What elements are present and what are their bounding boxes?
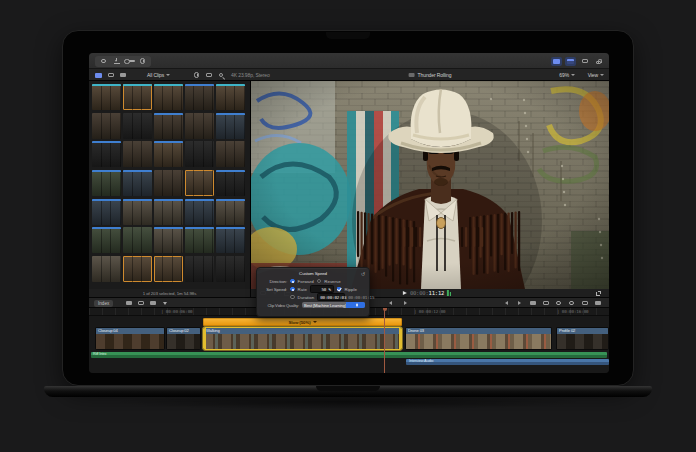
clip-thumbnail[interactable]	[185, 141, 214, 167]
final-cut-pro-window: All Clips 4K 23.98p, Stereo Thunder Roll…	[89, 53, 609, 373]
snapping-icon[interactable]	[540, 299, 551, 308]
clip-thumbnail[interactable]	[123, 256, 152, 282]
solo-icon[interactable]	[579, 299, 590, 308]
clip-thumbnail[interactable]	[154, 141, 183, 167]
clip-thumbnail[interactable]	[185, 170, 214, 196]
insert-edit-icon[interactable]	[135, 299, 146, 308]
clip-thumbnail[interactable]	[123, 84, 152, 110]
clip-appearance-icon[interactable]	[592, 299, 603, 308]
quality-popup[interactable]: Best (Machine Learning)	[302, 302, 365, 309]
audio-clip-riff-intro[interactable]: Riff Intro	[91, 352, 607, 358]
clip-thumbnail[interactable]	[154, 84, 183, 110]
clip-thumbnail[interactable]	[92, 170, 121, 196]
clip-thumbnail[interactable]	[216, 170, 245, 196]
timeline-clip[interactable]: Closeup 04	[95, 327, 165, 350]
clip-thumbnail[interactable]	[185, 199, 214, 225]
audio-clip-interview[interactable]: Interview Audio	[406, 359, 609, 365]
retime-label: Slow (50%)	[288, 320, 310, 325]
reverse-radio[interactable]	[317, 279, 322, 284]
clip-thumbnail[interactable]	[92, 141, 121, 167]
search-icon[interactable]	[215, 71, 226, 80]
clip-thumbnail[interactable]	[216, 227, 245, 253]
index-button[interactable]: Index	[94, 300, 113, 307]
clip-thumbnail[interactable]	[123, 170, 152, 196]
clip-thumbnail[interactable]	[185, 227, 214, 253]
clip-filmstrip	[406, 334, 551, 350]
clip-thumbnail[interactable]	[123, 141, 152, 167]
clip-thumbnail[interactable]	[154, 256, 183, 282]
audio-skimming-icon[interactable]	[566, 299, 577, 308]
play-icon[interactable]	[403, 291, 407, 295]
viewer-timecode: 00:00:11:12	[410, 290, 444, 296]
clip-thumbnail[interactable]	[216, 199, 245, 225]
clip-thumbnail[interactable]	[185, 113, 214, 139]
expand-viewer-icon[interactable]	[593, 289, 604, 298]
duration-filter-icon[interactable]	[191, 71, 202, 80]
duration-field[interactable]: 00:00:02:03	[317, 293, 345, 301]
inspector-toggle-icon[interactable]	[579, 57, 590, 66]
transport-controls: 00:00:11:12	[403, 290, 451, 296]
viewer-view-dropdown[interactable]: View	[588, 69, 604, 81]
timeline-view-toggle-icon[interactable]	[565, 57, 576, 66]
clip-thumbnail[interactable]	[92, 256, 121, 282]
clip-thumbnail[interactable]	[123, 199, 152, 225]
trim-start-icon[interactable]	[501, 299, 512, 308]
clip-thumbnail[interactable]	[92, 199, 121, 225]
clip-thumbnail[interactable]	[92, 113, 121, 139]
rate-radio[interactable]	[290, 287, 295, 292]
skimming-icon[interactable]	[553, 299, 564, 308]
share-icon[interactable]	[593, 57, 604, 66]
position-tool-icon[interactable]	[527, 299, 538, 308]
connect-edit-icon[interactable]	[123, 299, 134, 308]
clip-thumbnail[interactable]	[216, 113, 245, 139]
clip-filter-dropdown[interactable]: All Clips	[147, 69, 170, 81]
clip-thumbnail[interactable]	[185, 84, 214, 110]
trim-end-icon[interactable]	[514, 299, 525, 308]
timeline-forward-icon[interactable]	[400, 299, 411, 308]
media-indicator-icon[interactable]	[98, 57, 109, 66]
clip-thumbnail[interactable]	[154, 199, 183, 225]
timeline-back-icon[interactable]	[385, 299, 396, 308]
clip-thumbnail[interactable]	[123, 113, 152, 139]
clip-thumbnail[interactable]	[216, 256, 245, 282]
append-edit-icon[interactable]	[147, 299, 158, 308]
effects-browser-icon[interactable]	[117, 71, 128, 80]
retime-bar[interactable]: Slow (50%)	[203, 318, 402, 326]
audio-meters-icon[interactable]	[447, 290, 451, 296]
clip-library-icon[interactable]	[93, 71, 104, 80]
timeline-clip[interactable]: Profile 02	[556, 327, 609, 350]
clip-thumbnail[interactable]	[154, 170, 183, 196]
timeline-clip[interactable]: Walking	[203, 327, 402, 350]
photos-audio-icon[interactable]	[105, 71, 116, 80]
browser-view-toggle-icon[interactable]	[551, 57, 562, 66]
forward-radio[interactable]	[290, 279, 295, 284]
clip-filmstrip	[167, 334, 200, 350]
tool-menu-icon[interactable]	[159, 299, 170, 308]
keyword-editor-icon[interactable]	[124, 57, 135, 66]
clip-filmstrip	[204, 334, 401, 350]
rate-field[interactable]: 50 %	[310, 285, 334, 293]
clip-thumbnail[interactable]	[154, 113, 183, 139]
clip-thumbnail[interactable]	[216, 84, 245, 110]
viewer-zoom-dropdown[interactable]: 69%	[559, 69, 575, 81]
marker-filter-icon[interactable]	[203, 71, 214, 80]
project-title[interactable]: Thunder Rolling	[409, 69, 452, 81]
duration-original: 00:00:01:15	[348, 295, 374, 300]
reset-icon[interactable]: ↺	[361, 271, 365, 277]
duration-radio[interactable]	[290, 295, 295, 300]
keyword-strip	[92, 141, 121, 143]
clip-thumbnail[interactable]	[92, 227, 121, 253]
timeline-clip[interactable]: Closeup 02	[166, 327, 201, 350]
ripple-checkbox[interactable]	[337, 287, 342, 292]
clip-thumbnail[interactable]	[123, 227, 152, 253]
background-tasks-icon[interactable]	[137, 57, 148, 66]
clip-thumbnail[interactable]	[185, 256, 214, 282]
clip-thumbnail[interactable]	[92, 84, 121, 110]
clip-thumbnail[interactable]	[154, 227, 183, 253]
keyword-strip	[216, 84, 245, 86]
clip-thumbnail[interactable]	[216, 141, 245, 167]
playhead[interactable]	[384, 308, 385, 373]
import-media-icon[interactable]	[111, 57, 122, 66]
timeline-clip[interactable]: Drone 03	[405, 327, 552, 350]
browser-panel	[89, 81, 251, 289]
